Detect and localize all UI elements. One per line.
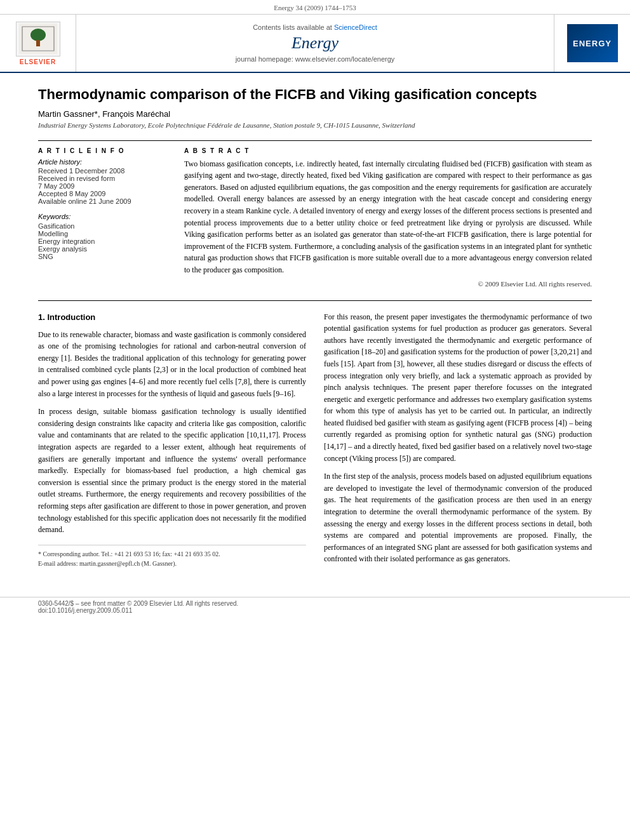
svg-point-2 [30, 29, 46, 41]
authors-line: Martin Gassner*, François Maréchal [38, 109, 592, 119]
keyword-1: Gasification [38, 222, 165, 230]
journal-header: ELSEVIER Contents lists available at Sci… [0, 15, 630, 73]
abstract-col: A B S T R A C T Two biomass gasification… [184, 147, 592, 288]
body-content: 1. Introduction Due to its renewable cha… [38, 311, 592, 571]
issn-line: 0360-5442/$ – see front matter © 2009 El… [38, 600, 592, 607]
intro-para-2: In process design, suitable biomass gasi… [38, 406, 306, 536]
accepted-date: Accepted 8 May 2009 [38, 190, 165, 197]
keywords-label: Keywords: [38, 213, 165, 220]
citation-bar: Energy 34 (2009) 1744–1753 [0, 0, 630, 15]
journal-logo-right: ENERGY [554, 15, 630, 72]
elsevier-logo: ELSEVIER [16, 22, 60, 65]
journal-homepage: journal homepage: www.elsevier.com/locat… [236, 55, 395, 63]
footnote-email: E-mail address: martin.gassner@epfl.ch (… [38, 559, 306, 568]
intro-title: Introduction [47, 312, 95, 322]
info-abstract-section: A R T I C L E I N F O Article history: R… [38, 140, 592, 288]
received-date: Received 1 December 2008 [38, 167, 165, 175]
affiliation: Industrial Energy Systems Laboratory, Ec… [38, 121, 592, 129]
journal-title: Energy [292, 34, 338, 53]
doi-line: doi:10.1016/j.energy.2009.05.011 [38, 607, 592, 614]
svg-rect-3 [36, 40, 40, 46]
section-divider [38, 300, 592, 301]
elsevier-brand-text: ELSEVIER [20, 58, 56, 65]
history-label: Article history: [38, 158, 165, 166]
intro-para-3: For this reason, the present paper inves… [324, 311, 592, 465]
footnote-corresponding: * Corresponding author. Tel.: +41 21 693… [38, 549, 306, 559]
sciencedirect-link[interactable]: ScienceDirect [334, 23, 377, 31]
publisher-logo-area: ELSEVIER [0, 15, 76, 72]
keyword-3: Energy integration [38, 237, 165, 245]
journal-header-center: Contents lists available at ScienceDirec… [76, 15, 554, 72]
sciencedirect-line: Contents lists available at ScienceDirec… [253, 23, 377, 31]
article-content: Thermodynamic comparison of the FICFB an… [0, 73, 630, 590]
article-info-heading: A R T I C L E I N F O [38, 147, 165, 154]
body-left-col: 1. Introduction Due to its renewable cha… [38, 311, 306, 571]
intro-para-4: In the first step of the analysis, proce… [324, 470, 592, 565]
copyright-line: © 2009 Elsevier Ltd. All rights reserved… [184, 280, 592, 288]
received-revised-label: Received in revised form [38, 175, 165, 182]
body-right-col: For this reason, the present paper inves… [324, 311, 592, 571]
article-title: Thermodynamic comparison of the FICFB an… [38, 86, 592, 104]
bottom-bar: 0360-5442/$ – see front matter © 2009 El… [0, 597, 630, 617]
keyword-2: Modelling [38, 230, 165, 237]
authors-text: Martin Gassner*, François Maréchal [38, 109, 170, 119]
received-revised-date: 7 May 2009 [38, 182, 165, 190]
energy-logo-box: ENERGY [567, 24, 618, 62]
intro-para-1: Due to its renewable character, biomass … [38, 329, 306, 400]
abstract-text: Two biomass gasification concepts, i.e. … [184, 158, 592, 276]
keyword-5: SNG [38, 253, 165, 260]
elsevier-tree-svg [19, 23, 57, 54]
citation-text: Energy 34 (2009) 1744–1753 [274, 4, 356, 11]
keyword-4: Exergy analysis [38, 245, 165, 253]
article-info-col: A R T I C L E I N F O Article history: R… [38, 147, 165, 288]
available-date: Available online 21 June 2009 [38, 197, 165, 205]
intro-heading: 1. Introduction [38, 311, 306, 324]
footnote-area: * Corresponding author. Tel.: +41 21 693… [38, 545, 306, 568]
abstract-heading: A B S T R A C T [184, 147, 592, 154]
article-history: Article history: Received 1 December 200… [38, 158, 165, 205]
elsevier-graphic [16, 22, 60, 57]
keywords-section: Keywords: Gasification Modelling Energy … [38, 213, 165, 260]
